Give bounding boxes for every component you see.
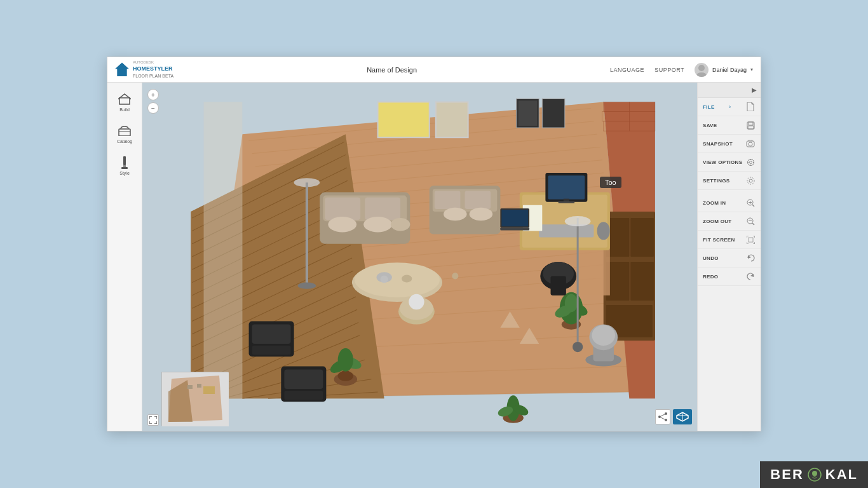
- svg-point-89: [402, 274, 412, 282]
- settings-icon: [745, 175, 756, 186]
- sidebar-item-build[interactable]: Build: [110, 89, 139, 116]
- zoom-in-label: ZOOM IN: [703, 200, 726, 206]
- toggle-arrow-icon: ▶: [752, 86, 757, 93]
- svg-point-87: [355, 262, 440, 297]
- floorplan-label: FLOOR PLAN BETA: [133, 73, 173, 79]
- svg-rect-3: [119, 129, 130, 136]
- homestyler-label: HOMESTYLER: [133, 65, 173, 73]
- build-label: Build: [119, 107, 130, 112]
- design-name[interactable]: Name of Design: [180, 66, 604, 74]
- svg-point-120: [565, 216, 591, 226]
- fullscreen-button[interactable]: [147, 414, 159, 426]
- svg-rect-112: [559, 201, 574, 203]
- logo[interactable]: AUTODESK HOMESTYLER FLOOR PLAN BETA: [115, 60, 173, 79]
- svg-rect-146: [197, 384, 201, 388]
- settings-menu-item[interactable]: SETTINGS: [698, 172, 761, 190]
- support-button[interactable]: SUPPORT: [654, 67, 684, 73]
- file-menu-item[interactable]: FILE ›: [698, 98, 761, 116]
- svg-point-0: [698, 65, 705, 71]
- svg-point-84: [444, 208, 467, 220]
- svg-rect-73: [325, 198, 360, 220]
- svg-point-106: [565, 294, 578, 312]
- save-label: SAVE: [703, 123, 717, 128]
- svg-rect-158: [749, 122, 753, 125]
- watermark: BER KAL: [760, 461, 868, 488]
- svg-point-163: [749, 161, 752, 163]
- svg-rect-110: [548, 175, 585, 200]
- catalog-label: Catalog: [117, 139, 132, 144]
- user-menu[interactable]: Daniel Dayag ▾: [695, 63, 753, 77]
- svg-rect-66: [378, 102, 430, 137]
- svg-rect-58: [630, 218, 654, 257]
- sidebar-toggle-button[interactable]: ▶: [698, 83, 761, 98]
- language-button[interactable]: LANGUAGE: [610, 67, 644, 73]
- redo-menu-item[interactable]: REDO: [698, 268, 761, 286]
- svg-rect-69: [519, 100, 537, 126]
- minimap: [161, 372, 228, 426]
- svg-line-173: [752, 205, 754, 207]
- svg-rect-145: [187, 385, 193, 389]
- svg-rect-82: [465, 191, 491, 208]
- snapshot-icon: [745, 139, 756, 149]
- watermark-text: BER: [770, 466, 803, 483]
- fit-screen-menu-item[interactable]: FIT SCREEN: [698, 231, 761, 249]
- svg-rect-2: [119, 98, 130, 104]
- svg-point-151: [665, 419, 667, 421]
- sidebar-item-style[interactable]: Style: [110, 152, 139, 179]
- svg-rect-70: [542, 98, 565, 128]
- svg-rect-5: [123, 156, 126, 165]
- svg-rect-127: [252, 325, 291, 344]
- watermark-text-2: KAL: [825, 466, 858, 483]
- right-sidebar: ▶ FILE › SAVE: [697, 83, 761, 431]
- svg-rect-177: [749, 238, 753, 242]
- svg-rect-6: [123, 165, 126, 167]
- logo-house-icon: [115, 62, 129, 76]
- catalog-icon: [118, 125, 131, 137]
- view-options-label: VIEW OPTIONS: [703, 159, 742, 165]
- zoom-in-icon: [745, 198, 756, 208]
- svg-line-153: [661, 417, 665, 419]
- svg-rect-131: [284, 391, 323, 400]
- svg-point-134: [381, 275, 388, 283]
- zoom-out-map-button[interactable]: −: [147, 102, 159, 114]
- view-options-icon: [745, 157, 756, 167]
- svg-point-121: [573, 342, 583, 352]
- share-button[interactable]: [655, 409, 670, 424]
- save-menu-item[interactable]: SAVE: [698, 116, 761, 135]
- sidebar-item-catalog[interactable]: Catalog: [110, 121, 139, 147]
- view-options-menu-item[interactable]: VIEW OPTIONS: [698, 153, 761, 172]
- canvas-area[interactable]: Too + −: [142, 83, 697, 431]
- svg-point-135: [452, 273, 458, 279]
- svg-point-125: [592, 325, 615, 346]
- svg-rect-128: [252, 346, 291, 355]
- redo-icon: [745, 271, 756, 281]
- autodesk-label: AUTODESK: [133, 60, 173, 65]
- user-name-label: Daniel Dayag: [712, 67, 747, 73]
- style-label: Style: [119, 171, 130, 175]
- zoom-in-map-button[interactable]: +: [147, 89, 159, 100]
- fit-screen-icon: [745, 234, 756, 245]
- svg-point-97: [338, 348, 353, 372]
- svg-rect-137: [501, 210, 528, 226]
- svg-rect-7: [121, 167, 128, 169]
- view3d-button[interactable]: [673, 409, 692, 424]
- svg-point-94: [338, 371, 353, 381]
- avatar-icon: [695, 63, 709, 77]
- zoom-out-menu-item[interactable]: ZOOM OUT: [698, 212, 761, 231]
- svg-marker-179: [750, 274, 754, 277]
- svg-point-168: [749, 179, 752, 182]
- undo-menu-item[interactable]: UNDO: [698, 249, 761, 268]
- file-label: FILE: [703, 104, 715, 110]
- zoom-in-menu-item[interactable]: ZOOM IN: [698, 194, 761, 212]
- svg-rect-147: [203, 386, 215, 394]
- svg-point-161: [749, 142, 752, 146]
- redo-label: REDO: [703, 274, 718, 280]
- svg-marker-178: [748, 255, 751, 259]
- svg-point-169: [747, 177, 754, 184]
- snapshot-menu-item[interactable]: SNAPSHOT: [698, 135, 761, 153]
- save-icon: [745, 120, 756, 130]
- svg-point-114: [597, 222, 610, 240]
- undo-icon: [745, 253, 756, 263]
- svg-rect-140: [306, 182, 308, 285]
- svg-point-78: [391, 218, 410, 231]
